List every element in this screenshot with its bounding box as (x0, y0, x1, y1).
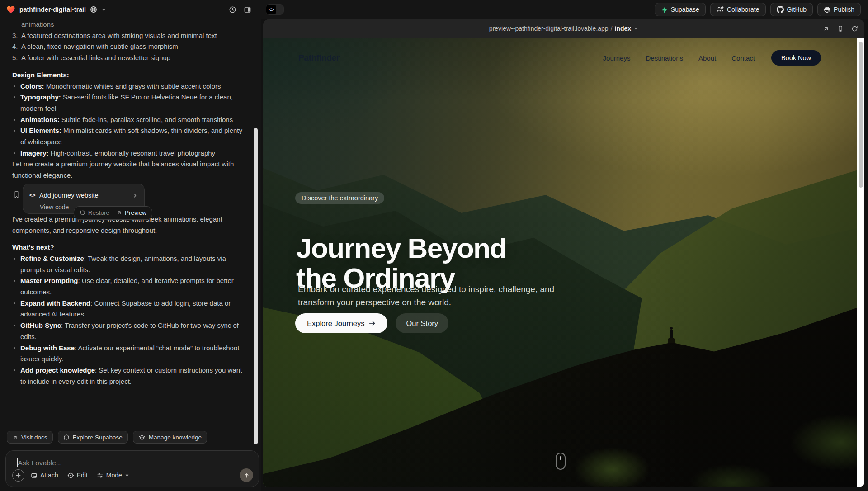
bullet-item: Master Prompting: Use clear, detailed, a… (12, 275, 249, 297)
bullet-dot (12, 253, 20, 275)
bullet-dot (12, 81, 20, 92)
code-mode-toggle[interactable]: <> (266, 4, 284, 15)
site-scrollbar-thumb[interactable] (859, 42, 863, 188)
explore-supabase-button[interactable]: Explore Supabase (58, 431, 128, 444)
manage-knowledge-label: Manage knowledge (149, 434, 202, 441)
site-nav-link[interactable]: About (698, 54, 716, 62)
lovable-heart-logo-icon (6, 5, 15, 14)
hero-badge: Discover the extraordinary (295, 192, 384, 204)
visit-docs-label: Visit docs (21, 434, 47, 441)
site-logo[interactable]: Pathfinder (298, 53, 340, 63)
bullet-item: GitHub Sync: Transfer your project's cod… (12, 320, 249, 342)
site-nav: JourneysDestinationsAboutContact (603, 54, 755, 62)
url-separator: / (611, 25, 613, 32)
our-story-button[interactable]: Our Story (396, 313, 448, 333)
numbered-item: 5.A footer with essential links and news… (12, 52, 249, 64)
refresh-button[interactable] (851, 25, 858, 32)
bullet-item: UI Elements: Minimalist cards with soft … (12, 125, 249, 147)
bullet-dot (12, 92, 20, 114)
sliders-icon (97, 472, 104, 479)
next-steps-bullets: Refine & Customize: Tweak the design, an… (12, 253, 249, 387)
bullet-dot (12, 343, 20, 365)
collaborate-button[interactable]: Collaborate (710, 3, 766, 16)
restore-label: Restore (88, 209, 109, 216)
site-nav-link[interactable]: Destinations (646, 54, 683, 62)
bullet-dot (12, 320, 20, 342)
attach-button[interactable]: Attach (31, 472, 58, 479)
design-bullets: Colors: Monochromatic whites and grays w… (12, 81, 249, 159)
sidebar-scrollbar-thumb[interactable] (254, 128, 258, 444)
image-icon (31, 472, 38, 479)
bullet-item: Refine & Customize: Tweak the design, an… (12, 253, 249, 275)
site-scrollbar[interactable] (857, 38, 864, 487)
bullet-item: Expand with Backend: Connect Supabase to… (12, 298, 249, 320)
plus-icon (15, 472, 21, 478)
publish-label: Publish (834, 6, 854, 13)
collaborate-label: Collaborate (727, 6, 760, 13)
toggle-panel-button[interactable] (244, 6, 251, 14)
chevron-down-icon (125, 473, 129, 477)
hero-title-line1: Journey Beyond (296, 233, 506, 263)
bullet-dot (12, 365, 20, 387)
bullet-dot (12, 114, 20, 126)
bookmark-icon[interactable] (13, 191, 20, 199)
external-link-icon (12, 434, 18, 440)
mobile-view-button[interactable] (837, 25, 844, 32)
restore-button[interactable]: Restore (80, 209, 109, 216)
graduation-cap-icon (138, 434, 146, 441)
numbered-item: 4.A clean, fixed navigation with subtle … (12, 41, 249, 52)
project-visibility-globe-icon (90, 6, 97, 13)
site-nav-link[interactable]: Journeys (603, 54, 631, 62)
generation-card-title: Add journey website (39, 190, 99, 201)
publish-button[interactable]: Publish (817, 3, 861, 16)
mode-dropdown[interactable]: Mode (97, 472, 129, 479)
bullet-item: Add project knowledge: Set key context o… (12, 365, 249, 387)
preview-panel: preview--pathfinder-digital-trail.lovabl… (263, 19, 864, 487)
bullet-item: Debug with Ease: Activate our experiment… (12, 343, 249, 365)
add-button[interactable] (12, 469, 24, 482)
history-button[interactable] (229, 6, 236, 14)
app-topbar: pathfinder-digital-trail <> Supabase Col… (0, 0, 868, 19)
preview-url-dropdown[interactable]: preview--pathfinder-digital-trail.lovabl… (489, 25, 638, 32)
whats-next-heading: What's next? (12, 242, 249, 253)
manage-knowledge-button[interactable]: Manage knowledge (133, 431, 207, 444)
bullet-item: Animations: Subtle fade-ins, parallax sc… (12, 114, 249, 126)
supabase-label: Supabase (671, 6, 699, 13)
bullet-dot (12, 125, 20, 147)
hero-subtitle: Embark on curated experiences designed t… (298, 283, 569, 309)
scroll-indicator (556, 453, 566, 470)
site-nav-link[interactable]: Contact (731, 54, 755, 62)
send-button[interactable] (240, 468, 253, 482)
numbered-item: 3.A featured destinations area with stri… (12, 30, 249, 42)
supabase-button[interactable]: Supabase (655, 3, 706, 16)
hiker-silhouette (669, 327, 674, 343)
open-in-new-tab-button[interactable] (823, 25, 830, 32)
book-now-button[interactable]: Book Now (771, 50, 821, 66)
code-icon: <> (29, 190, 35, 201)
numbered-list: 3.A featured destinations area with stri… (12, 30, 249, 64)
generation-card[interactable]: <> Add journey website View code Restore… (23, 184, 145, 214)
edit-button[interactable]: Edit (67, 472, 88, 479)
site-viewport: Pathfinder JourneysDestinationsAboutCont… (263, 38, 864, 487)
github-button[interactable]: GitHub (770, 3, 813, 16)
chat-scroll-area: animations 3.A featured destinations are… (0, 19, 261, 428)
bullet-item: Colors: Monochromatic whites and grays w… (12, 81, 249, 92)
preview-url-host: preview--pathfinder-digital-trail.lovabl… (489, 25, 609, 32)
chevron-down-icon (633, 26, 638, 31)
github-label: GitHub (787, 6, 807, 13)
chat-input[interactable]: Ask Lovable... Attach Edit Mode (5, 450, 259, 487)
chat-bubble-icon (63, 434, 70, 440)
bullet-item: Imagery: High-contrast, emotionally reso… (12, 148, 249, 159)
target-icon (67, 472, 74, 479)
preview-button[interactable]: Preview (116, 209, 146, 216)
visit-docs-button[interactable]: Visit docs (7, 431, 53, 444)
text-cursor (17, 458, 18, 467)
project-menu-chevron-icon[interactable] (101, 7, 106, 12)
project-name[interactable]: pathfinder-digital-trail (19, 6, 86, 13)
explore-supabase-label: Explore Supabase (73, 434, 123, 441)
explore-journeys-button[interactable]: Explore Journeys (295, 313, 387, 333)
arrow-right-icon (368, 320, 376, 327)
card-hover-actions: Restore Preview (74, 206, 152, 220)
arrow-up-icon (243, 472, 250, 479)
assistant-paragraph: Let me create a premium journey website … (12, 159, 249, 181)
